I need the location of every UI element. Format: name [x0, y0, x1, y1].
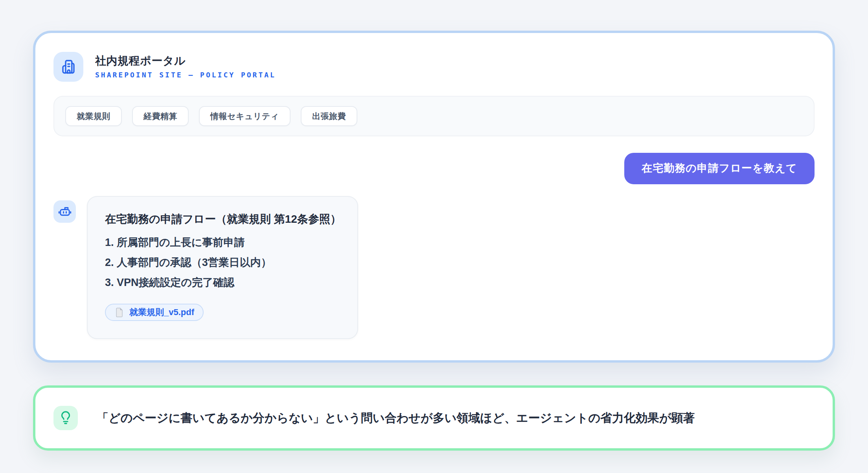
assistant-answer-title: 在宅勤務の申請フロー（就業規則 第12条参照）: [105, 213, 341, 226]
robot-icon: [53, 200, 76, 223]
portal-header: 社内規程ポータル SHAREPOINT SITE — POLICY PORTAL: [53, 52, 815, 82]
list-item: 3. VPN接続設定の完了確認: [105, 277, 341, 289]
building-icon: [53, 52, 83, 82]
policy-portal-card: 社内規程ポータル SHAREPOINT SITE — POLICY PORTAL…: [33, 31, 835, 363]
assistant-message-card: 在宅勤務の申請フロー（就業規則 第12条参照） 1. 所属部門の上長に事前申請 …: [87, 196, 358, 339]
user-message-row: 在宅勤務の申請フローを教えて: [53, 153, 815, 184]
insight-card: 「どのページに書いてあるか分からない」という問い合わせが多い領域ほど、エージェン…: [33, 385, 835, 451]
tab-work-rules[interactable]: 就業規則: [65, 106, 122, 126]
assistant-step-list: 1. 所属部門の上長に事前申請 2. 人事部門の承認（3営業日以内） 3. VP…: [105, 236, 341, 289]
attachment-file-name: 就業規則_v5.pdf: [129, 306, 194, 318]
lightbulb-icon: [53, 406, 78, 430]
user-message-bubble: 在宅勤務の申請フローを教えて: [624, 153, 815, 184]
tab-security[interactable]: 情報セキュリティ: [199, 106, 291, 126]
insight-text: 「どのページに書いてあるか分からない」という問い合わせが多い領域ほど、エージェン…: [97, 411, 695, 425]
category-tab-bar: 就業規則 経費精算 情報セキュリティ 出張旅費: [53, 96, 815, 136]
tab-expense[interactable]: 経費精算: [132, 106, 189, 126]
portal-header-text: 社内規程ポータル SHAREPOINT SITE — POLICY PORTAL: [95, 55, 276, 79]
page-title: 社内規程ポータル: [95, 55, 276, 67]
tab-travel[interactable]: 出張旅費: [301, 106, 357, 126]
file-icon: [114, 307, 125, 317]
list-item: 2. 人事部門の承認（3営業日以内）: [105, 257, 341, 269]
attachment-chip[interactable]: 就業規則_v5.pdf: [105, 304, 204, 321]
assistant-message-row: 在宅勤務の申請フロー（就業規則 第12条参照） 1. 所属部門の上長に事前申請 …: [53, 196, 815, 339]
list-item: 1. 所属部門の上長に事前申請: [105, 236, 341, 249]
page-subtitle: SHAREPOINT SITE — POLICY PORTAL: [95, 71, 276, 79]
